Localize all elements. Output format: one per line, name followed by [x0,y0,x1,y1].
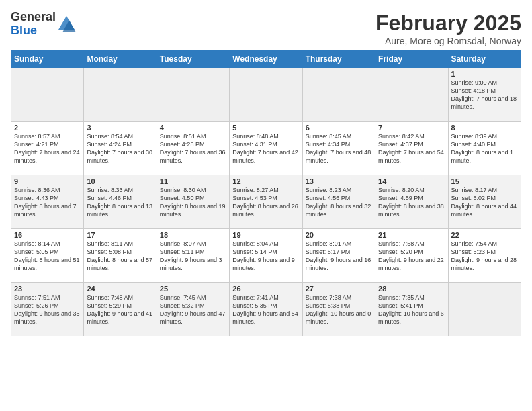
calendar-title: February 2025 [375,11,521,36]
calendar-day-cell [230,68,302,122]
col-header-tuesday: Tuesday [157,51,229,68]
calendar-day-cell: 10Sunrise: 8:33 AM Sunset: 4:46 PM Dayli… [84,175,157,229]
calendar-day-cell: 3Sunrise: 8:54 AM Sunset: 4:24 PM Daylig… [84,122,157,175]
calendar-day-cell: 28Sunrise: 7:35 AM Sunset: 5:41 PM Dayli… [375,283,448,336]
calendar-day-cell: 16Sunrise: 8:14 AM Sunset: 5:05 PM Dayli… [11,229,84,283]
day-number: 27 [306,285,372,293]
calendar-day-cell: 4Sunrise: 8:51 AM Sunset: 4:28 PM Daylig… [157,122,229,175]
day-number: 6 [306,124,372,132]
day-info: Sunrise: 7:51 AM Sunset: 5:26 PM Dayligh… [14,293,81,326]
calendar-header-row: SundayMondayTuesdayWednesdayThursdayFrid… [11,51,521,68]
calendar-week-row: 23Sunrise: 7:51 AM Sunset: 5:26 PM Dayli… [11,283,521,336]
day-info: Sunrise: 8:36 AM Sunset: 4:43 PM Dayligh… [14,186,81,219]
col-header-friday: Friday [375,51,448,68]
calendar-day-cell [11,68,84,122]
day-number: 3 [87,124,153,132]
calendar-day-cell: 21Sunrise: 7:58 AM Sunset: 5:20 PM Dayli… [375,229,448,283]
day-info: Sunrise: 8:11 AM Sunset: 5:08 PM Dayligh… [87,240,153,273]
calendar-day-cell: 5Sunrise: 8:48 AM Sunset: 4:31 PM Daylig… [230,122,302,175]
calendar-week-row: 16Sunrise: 8:14 AM Sunset: 5:05 PM Dayli… [11,229,521,283]
calendar-location: Aure, More og Romsdal, Norway [375,36,521,46]
calendar-week-row: 2Sunrise: 8:57 AM Sunset: 4:21 PM Daylig… [11,122,521,175]
calendar-day-cell: 11Sunrise: 8:30 AM Sunset: 4:50 PM Dayli… [157,175,229,229]
day-number: 19 [232,231,299,239]
day-info: Sunrise: 8:54 AM Sunset: 4:24 PM Dayligh… [87,132,153,165]
calendar-day-cell: 14Sunrise: 8:20 AM Sunset: 4:59 PM Dayli… [375,175,448,229]
day-info: Sunrise: 7:35 AM Sunset: 5:41 PM Dayligh… [378,293,445,326]
calendar-day-cell [375,68,448,122]
calendar-day-cell: 15Sunrise: 8:17 AM Sunset: 5:02 PM Dayli… [448,175,521,229]
logo-icon [57,15,76,34]
day-info: Sunrise: 8:27 AM Sunset: 4:53 PM Dayligh… [232,186,299,219]
calendar-day-cell: 24Sunrise: 7:48 AM Sunset: 5:29 PM Dayli… [84,283,157,336]
day-info: Sunrise: 9:00 AM Sunset: 4:18 PM Dayligh… [451,79,518,111]
day-number: 20 [306,231,372,239]
calendar-day-cell: 7Sunrise: 8:42 AM Sunset: 4:37 PM Daylig… [375,122,448,175]
day-number: 26 [232,285,299,293]
day-number: 2 [14,124,81,132]
calendar-day-cell [302,68,375,122]
day-info: Sunrise: 8:48 AM Sunset: 4:31 PM Dayligh… [232,132,299,165]
day-number: 1 [451,70,518,78]
calendar-week-row: 9Sunrise: 8:36 AM Sunset: 4:43 PM Daylig… [11,175,521,229]
calendar-table: SundayMondayTuesdayWednesdayThursdayFrid… [11,50,521,336]
calendar-day-cell: 17Sunrise: 8:11 AM Sunset: 5:08 PM Dayli… [84,229,157,283]
calendar-day-cell: 26Sunrise: 7:41 AM Sunset: 5:35 PM Dayli… [230,283,302,336]
calendar-day-cell: 19Sunrise: 8:04 AM Sunset: 5:14 PM Dayli… [230,229,302,283]
day-info: Sunrise: 8:17 AM Sunset: 5:02 PM Dayligh… [451,186,518,219]
logo-general-text: General [11,11,56,24]
day-info: Sunrise: 8:30 AM Sunset: 4:50 PM Dayligh… [160,186,226,219]
logo-blue-text: Blue [11,24,56,38]
col-header-wednesday: Wednesday [230,51,302,68]
day-info: Sunrise: 8:42 AM Sunset: 4:37 PM Dayligh… [378,132,445,165]
day-number: 17 [87,231,153,239]
day-info: Sunrise: 8:57 AM Sunset: 4:21 PM Dayligh… [14,132,81,165]
day-info: Sunrise: 8:39 AM Sunset: 4:40 PM Dayligh… [451,132,518,165]
calendar-week-row: 1Sunrise: 9:00 AM Sunset: 4:18 PM Daylig… [11,68,521,122]
calendar-day-cell: 2Sunrise: 8:57 AM Sunset: 4:21 PM Daylig… [11,122,84,175]
day-info: Sunrise: 7:38 AM Sunset: 5:38 PM Dayligh… [306,293,372,326]
col-header-saturday: Saturday [448,51,521,68]
day-info: Sunrise: 7:54 AM Sunset: 5:23 PM Dayligh… [451,240,518,273]
day-number: 10 [87,177,153,185]
day-info: Sunrise: 8:45 AM Sunset: 4:34 PM Dayligh… [306,132,372,165]
calendar-day-cell: 27Sunrise: 7:38 AM Sunset: 5:38 PM Dayli… [302,283,375,336]
calendar-day-cell [84,68,157,122]
day-info: Sunrise: 8:20 AM Sunset: 4:59 PM Dayligh… [378,186,445,219]
col-header-thursday: Thursday [302,51,375,68]
day-number: 9 [14,177,81,185]
day-number: 23 [14,285,81,293]
day-number: 15 [451,177,518,185]
day-info: Sunrise: 8:01 AM Sunset: 5:17 PM Dayligh… [306,240,372,273]
calendar-day-cell: 8Sunrise: 8:39 AM Sunset: 4:40 PM Daylig… [448,122,521,175]
day-number: 5 [232,124,299,132]
day-info: Sunrise: 8:07 AM Sunset: 5:11 PM Dayligh… [160,240,226,273]
day-info: Sunrise: 7:45 AM Sunset: 5:32 PM Dayligh… [160,293,226,326]
day-number: 16 [14,231,81,239]
calendar-day-cell: 9Sunrise: 8:36 AM Sunset: 4:43 PM Daylig… [11,175,84,229]
day-number: 14 [378,177,445,185]
day-info: Sunrise: 7:48 AM Sunset: 5:29 PM Dayligh… [87,293,153,326]
day-number: 18 [160,231,226,239]
calendar-day-cell: 22Sunrise: 7:54 AM Sunset: 5:23 PM Dayli… [448,229,521,283]
day-info: Sunrise: 7:41 AM Sunset: 5:35 PM Dayligh… [232,293,299,326]
day-number: 22 [451,231,518,239]
calendar-day-cell [448,283,521,336]
day-number: 8 [451,124,518,132]
day-info: Sunrise: 7:58 AM Sunset: 5:20 PM Dayligh… [378,240,445,273]
day-info: Sunrise: 8:51 AM Sunset: 4:28 PM Dayligh… [160,132,226,165]
day-info: Sunrise: 8:23 AM Sunset: 4:56 PM Dayligh… [306,186,372,219]
day-number: 4 [160,124,226,132]
day-number: 21 [378,231,445,239]
day-number: 28 [378,285,445,293]
col-header-sunday: Sunday [11,51,84,68]
calendar-day-cell: 20Sunrise: 8:01 AM Sunset: 5:17 PM Dayli… [302,229,375,283]
calendar-day-cell: 23Sunrise: 7:51 AM Sunset: 5:26 PM Dayli… [11,283,84,336]
day-number: 13 [306,177,372,185]
day-info: Sunrise: 8:14 AM Sunset: 5:05 PM Dayligh… [14,240,81,273]
day-info: Sunrise: 8:04 AM Sunset: 5:14 PM Dayligh… [232,240,299,273]
day-number: 11 [160,177,226,185]
col-header-monday: Monday [84,51,157,68]
day-number: 24 [87,285,153,293]
calendar-day-cell: 6Sunrise: 8:45 AM Sunset: 4:34 PM Daylig… [302,122,375,175]
